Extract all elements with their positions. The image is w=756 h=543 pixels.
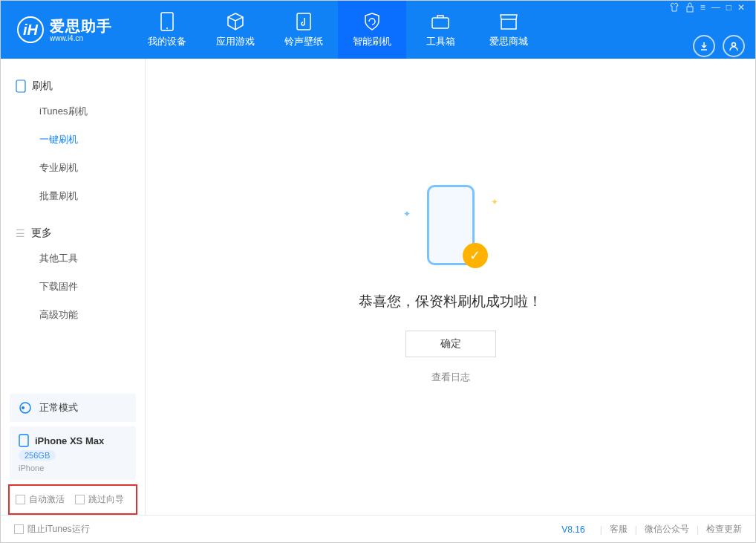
checkbox-label: 阻止iTunes运行 bbox=[27, 523, 90, 536]
maximize-button[interactable]: □ bbox=[726, 2, 731, 13]
tab-label: 爱思商城 bbox=[489, 35, 528, 48]
close-button[interactable]: ✕ bbox=[737, 2, 745, 13]
main-content: ✦ ✦ ✓ 恭喜您，保资料刷机成功啦！ 确定 查看日志 bbox=[146, 59, 755, 515]
sidebar-item-download-firmware[interactable]: 下载固件 bbox=[1, 273, 145, 301]
checkbox-label: 跳过向导 bbox=[88, 493, 124, 506]
svg-rect-9 bbox=[19, 435, 28, 446]
status-icon bbox=[19, 401, 32, 414]
user-icon[interactable] bbox=[723, 35, 745, 57]
sidebar-item-advanced[interactable]: 高级功能 bbox=[1, 301, 145, 329]
footer: 阻止iTunes运行 V8.16 | 客服 | 微信公众号 | 检查更新 bbox=[1, 515, 755, 543]
nav-tabs: 我的设备 应用游戏 铃声壁纸 智能刷机 工具箱 爱思商城 bbox=[133, 1, 543, 59]
device-name: iPhone XS Max bbox=[35, 435, 104, 446]
success-illustration: ✦ ✦ ✓ bbox=[406, 185, 495, 274]
device-icon bbox=[19, 434, 29, 447]
checkbox-skip-guide[interactable]: 跳过向导 bbox=[75, 493, 124, 506]
title-bar: iH 爱思助手 www.i4.cn 我的设备 应用游戏 铃声壁纸 智能刷机 工具… bbox=[1, 1, 755, 59]
svg-point-8 bbox=[22, 406, 25, 409]
shirt-icon[interactable] bbox=[669, 2, 680, 13]
logo-icon: iH bbox=[17, 16, 44, 43]
version-label: V8.16 bbox=[561, 524, 584, 535]
tab-label: 应用游戏 bbox=[216, 35, 255, 48]
tab-apps-games[interactable]: 应用游戏 bbox=[201, 1, 270, 59]
device-type: iPhone bbox=[19, 464, 127, 472]
tab-my-device[interactable]: 我的设备 bbox=[133, 1, 201, 59]
sparkle-icon: ✦ bbox=[403, 209, 411, 219]
sidebar-section-more: ☰ 更多 bbox=[1, 222, 145, 244]
checkbox-block-itunes[interactable]: 阻止iTunes运行 bbox=[14, 523, 90, 536]
check-badge-icon: ✓ bbox=[463, 243, 488, 268]
phone-icon bbox=[157, 11, 177, 32]
sidebar: 刷机 iTunes刷机 一键刷机 专业刷机 批量刷机 ☰ 更多 其他工具 下载固… bbox=[1, 59, 146, 515]
logo: iH 爱思助手 www.i4.cn bbox=[7, 16, 123, 43]
download-icon[interactable] bbox=[693, 35, 715, 57]
wechat-link[interactable]: 微信公众号 bbox=[645, 523, 689, 536]
sidebar-item-pro-flash[interactable]: 专业刷机 bbox=[1, 154, 145, 182]
app-title: 爱思助手 bbox=[50, 18, 112, 34]
ok-button[interactable]: 确定 bbox=[405, 331, 496, 357]
sidebar-item-other-tools[interactable]: 其他工具 bbox=[1, 244, 145, 273]
status-card[interactable]: 正常模式 bbox=[10, 394, 136, 422]
sidebar-item-batch-flash[interactable]: 批量刷机 bbox=[1, 182, 145, 210]
tab-label: 工具箱 bbox=[426, 35, 455, 48]
svg-point-5 bbox=[732, 43, 736, 47]
tab-label: 智能刷机 bbox=[353, 35, 391, 48]
checkbox-auto-activate[interactable]: 自动激活 bbox=[16, 493, 65, 506]
svg-rect-4 bbox=[687, 7, 693, 12]
sidebar-item-itunes-flash[interactable]: iTunes刷机 bbox=[1, 97, 145, 126]
svg-rect-6 bbox=[16, 80, 25, 92]
svg-rect-3 bbox=[432, 18, 449, 28]
status-label: 正常模式 bbox=[39, 401, 78, 414]
options-highlight-box: 自动激活 跳过向导 bbox=[8, 484, 137, 515]
minimize-button[interactable]: — bbox=[711, 2, 720, 13]
toolbox-icon bbox=[430, 11, 451, 32]
view-log-link[interactable]: 查看日志 bbox=[431, 371, 470, 384]
tab-label: 我的设备 bbox=[148, 35, 186, 48]
svg-point-1 bbox=[166, 27, 168, 29]
checkbox-label: 自动激活 bbox=[29, 493, 65, 506]
refresh-shield-icon bbox=[362, 11, 382, 32]
tab-store[interactable]: 爱思商城 bbox=[475, 1, 543, 59]
list-icon: ☰ bbox=[16, 227, 25, 239]
sidebar-section-flash: 刷机 bbox=[1, 75, 145, 97]
device-storage-badge: 256GB bbox=[19, 450, 56, 461]
success-message: 恭喜您，保资料刷机成功啦！ bbox=[359, 292, 542, 311]
device-card[interactable]: iPhone XS Max 256GB iPhone bbox=[10, 426, 136, 480]
tab-ringtones[interactable]: 铃声壁纸 bbox=[270, 1, 338, 59]
phone-outline-icon bbox=[16, 79, 26, 93]
music-file-icon bbox=[293, 11, 314, 32]
section-label: 刷机 bbox=[32, 79, 53, 93]
store-icon bbox=[498, 11, 519, 32]
svg-rect-2 bbox=[297, 13, 310, 30]
window-controls: ≡ — □ ✕ bbox=[669, 2, 745, 13]
lock-icon[interactable] bbox=[685, 2, 694, 13]
tab-smart-flash[interactable]: 智能刷机 bbox=[338, 1, 406, 59]
menu-icon[interactable]: ≡ bbox=[700, 2, 706, 13]
tab-label: 铃声壁纸 bbox=[284, 35, 323, 48]
support-link[interactable]: 客服 bbox=[610, 523, 628, 536]
update-link[interactable]: 检查更新 bbox=[706, 523, 742, 536]
cube-icon bbox=[225, 11, 246, 32]
section-label: 更多 bbox=[31, 227, 52, 240]
app-subtitle: www.i4.cn bbox=[50, 34, 112, 42]
tab-toolbox[interactable]: 工具箱 bbox=[406, 1, 475, 59]
sparkle-icon: ✦ bbox=[491, 197, 498, 207]
sidebar-item-oneclick-flash[interactable]: 一键刷机 bbox=[1, 126, 145, 154]
